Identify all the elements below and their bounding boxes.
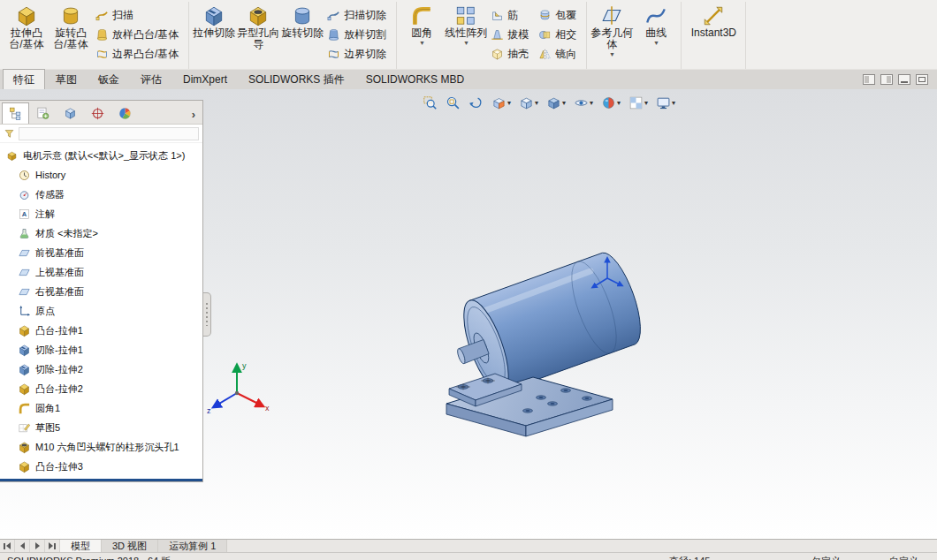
feature-tree-item[interactable]: 上视基准面 — [0, 262, 202, 282]
feature-tree-item[interactable]: 传感器 — [0, 185, 202, 204]
dropdown-arrow-icon[interactable]: ▾ — [644, 99, 648, 107]
zoom-fit-button[interactable] — [423, 95, 438, 110]
feature-tree-item[interactable]: 电机示意 (默认<<默认>_显示状态 1>) — [0, 146, 202, 165]
sweep-icon — [95, 9, 109, 22]
fm-tree-tab[interactable] — [2, 102, 29, 124]
dropdown-arrow-icon[interactable]: ▾ — [590, 99, 593, 107]
sweep-cut-button[interactable]: 扫描切除 — [324, 5, 393, 25]
boss-extrude-button[interactable]: 拉伸凸台/基体 — [4, 3, 49, 68]
feature-tree-item[interactable]: 凸台-拉伸1 — [0, 321, 202, 340]
document-tab-2[interactable]: 3D 视图 — [102, 540, 158, 552]
linear-pattern-button[interactable]: 线性阵列▼ — [444, 3, 488, 68]
sheet-nav-prev-button[interactable] — [15, 540, 30, 552]
restore-button[interactable] — [916, 74, 928, 85]
document-tab-3[interactable]: 运动算例 1 — [158, 540, 227, 552]
revolve-boss-button[interactable]: 旋转凸台/基体 — [49, 3, 93, 68]
dropdown-arrow-icon[interactable]: ▾ — [562, 99, 566, 107]
feature-tree-item[interactable]: 圆角1 — [0, 398, 202, 418]
tree-item-label: 切除-拉伸2 — [35, 363, 83, 376]
configuration-manager-tab[interactable] — [57, 102, 84, 124]
feature-tree-item[interactable]: 原点 — [0, 301, 202, 321]
reference-geometry-button[interactable]: 参考几何体▼ — [590, 3, 634, 68]
filter-funnel-icon[interactable] — [4, 128, 15, 140]
loft-button[interactable]: 放样凸台/基体 — [93, 25, 186, 44]
rollback-bar[interactable] — [0, 479, 202, 481]
boundary-button[interactable]: 边界凸台/基体 — [93, 44, 186, 64]
sheet-nav-first-button[interactable] — [0, 540, 15, 552]
dropdown-arrow-icon[interactable]: ▾ — [672, 99, 675, 107]
apply-scene-button[interactable]: ▾ — [628, 95, 648, 110]
intersect-button[interactable]: 相交 — [536, 25, 583, 44]
previous-view-button[interactable] — [468, 95, 484, 110]
sheet-nav-next-button[interactable] — [30, 540, 45, 552]
cut-extrude-button[interactable]: 拉伸切除 — [192, 3, 236, 68]
wrap-button[interactable]: 包覆 — [536, 5, 583, 25]
feature-tree-item[interactable]: 前视基准面 — [0, 243, 202, 262]
axis-label-x: x — [265, 404, 270, 412]
dropdown-arrow-icon[interactable]: ▾ — [535, 99, 538, 107]
sheet-nav-last-button[interactable] — [45, 540, 60, 552]
feature-tree-item[interactable]: 草图5 — [0, 418, 202, 437]
dropdown-arrow-icon[interactable]: ▾ — [617, 99, 621, 107]
appearance-button[interactable]: ▾ — [601, 95, 621, 110]
hide-show-button[interactable]: ▾ — [574, 95, 593, 110]
filter-input[interactable] — [19, 127, 199, 140]
boundary-cut-button[interactable]: 边界切除 — [324, 44, 393, 64]
dimxpert-manager-tab[interactable] — [84, 102, 111, 124]
ribbon-tab-4[interactable]: 评估 — [130, 69, 172, 89]
ribbon-tab-7[interactable]: SOLIDWORKS MBD — [355, 69, 475, 89]
property-manager-tab[interactable] — [29, 102, 57, 124]
panel-splitter[interactable] — [203, 292, 211, 337]
display-style-button[interactable]: ▾ — [546, 95, 566, 110]
revolve-cut-button[interactable]: 旋转切除 — [280, 3, 324, 68]
tree-item-label: 圆角1 — [35, 402, 60, 415]
feature-tree-item[interactable]: 切除-拉伸2 — [0, 359, 202, 379]
curve-button[interactable]: 曲线▼ — [634, 3, 678, 68]
dropdown-arrow-icon[interactable]: ▼ — [609, 51, 615, 58]
dropdown-arrow-icon[interactable]: ▼ — [419, 40, 425, 47]
instant3d-button[interactable]: Instant3D — [684, 3, 743, 68]
sensors-icon — [18, 188, 31, 201]
display-manager-tab[interactable] — [111, 102, 139, 124]
feature-tree-item[interactable]: 凸台-拉伸2 — [0, 379, 202, 398]
feature-tree-item[interactable]: 切除-拉伸1 — [0, 340, 202, 359]
motor-part[interactable] — [446, 253, 640, 436]
pane-left-button[interactable] — [863, 74, 875, 85]
dropdown-arrow-icon[interactable]: ▾ — [507, 99, 511, 107]
zoom-area-button[interactable] — [446, 95, 461, 110]
panel-flyout-button[interactable]: › — [187, 108, 201, 124]
feature-tree-item[interactable]: 凸台-拉伸3 — [0, 457, 202, 476]
motor-base[interactable] — [446, 374, 613, 436]
feature-tree-item[interactable]: History — [0, 165, 202, 185]
ribbon-tab-6[interactable]: SOLIDWORKS 插件 — [238, 69, 355, 89]
tree-item-label: 注解 — [35, 208, 55, 221]
feature-tree-item[interactable]: 右视基准面 — [0, 282, 202, 301]
view-settings-button[interactable]: ▾ — [656, 95, 675, 110]
minimize-button[interactable] — [898, 74, 910, 85]
dropdown-arrow-icon[interactable]: ▼ — [463, 40, 469, 47]
ribbon-tab-3[interactable]: 钣金 — [88, 69, 130, 89]
draft-button[interactable]: 拔模 — [488, 25, 536, 44]
button-label: 放样凸台/基体 — [112, 27, 179, 42]
pane-right-button[interactable] — [880, 74, 893, 85]
shell-button[interactable]: 抽壳 — [488, 44, 536, 64]
ribbon-tab-5[interactable]: DimXpert — [172, 69, 238, 89]
feature-tree-item[interactable]: 材质 <未指定> — [0, 223, 202, 243]
rib-button[interactable]: 筋 — [488, 5, 536, 25]
hole-icon — [18, 441, 31, 454]
loft-cut-button[interactable]: 放样切割 — [324, 25, 393, 44]
dropdown-arrow-icon[interactable]: ▼ — [653, 40, 659, 47]
view-orientation-button[interactable]: ▾ — [519, 95, 538, 110]
button-label: 曲线 — [635, 27, 677, 39]
feature-tree-item[interactable]: M10 六角凹头螺钉的柱形沉头孔1 — [0, 437, 202, 457]
fillet-button[interactable]: 圆角▼ — [400, 3, 444, 68]
ribbon-tab-2[interactable]: 草图 — [45, 69, 88, 89]
document-tab-1[interactable]: 模型 — [60, 540, 102, 552]
sweep-button[interactable]: 扫描 — [93, 5, 186, 25]
hole-wizard-button[interactable]: 异型孔向导 — [236, 3, 280, 68]
feature-tree-item[interactable]: A注解 — [0, 204, 202, 223]
status-custom-toolbar[interactable]: 自定义 ▲ — [889, 555, 928, 560]
section-view-button[interactable]: ▾ — [491, 95, 511, 110]
ribbon-tab-1[interactable]: 特征 — [3, 69, 45, 89]
mirror-button[interactable]: 镜向 — [536, 44, 583, 64]
